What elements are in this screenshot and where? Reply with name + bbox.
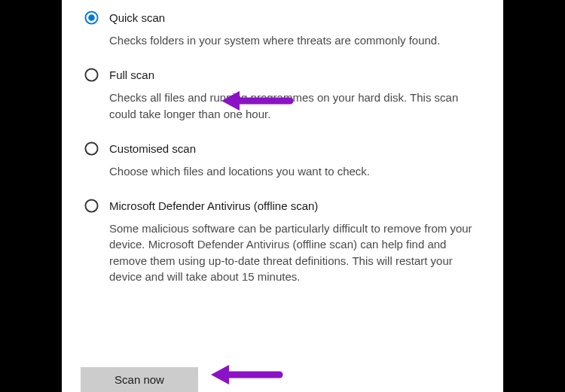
option-description: Checks all files and running programmes … [109,90,485,122]
svg-point-1 [88,14,95,21]
option-label: Full scan [109,68,154,81]
option-description: Some malicious software can be particula… [109,220,485,284]
radio-unselected-icon[interactable] [84,199,99,213]
svg-point-4 [85,200,97,212]
option-customised-scan[interactable]: Customised scan Choose which files and l… [62,141,503,179]
option-header: Microsoft Defender Antivirus (offline sc… [84,199,485,213]
scan-options-panel: Quick scan Checks folders in your system… [62,0,503,392]
option-offline-scan[interactable]: Microsoft Defender Antivirus (offline sc… [62,199,503,284]
option-quick-scan[interactable]: Quick scan Checks folders in your system… [62,11,503,48]
svg-point-3 [85,142,97,154]
option-header: Customised scan [84,141,485,156]
option-label: Microsoft Defender Antivirus (offline sc… [109,199,318,212]
option-full-scan[interactable]: Full scan Checks all files and running p… [62,68,503,122]
option-header: Full scan [84,68,485,82]
option-label: Customised scan [109,142,196,155]
action-row: Scan now [81,367,198,392]
option-description: Choose which files and locations you wan… [109,163,485,179]
option-label: Quick scan [109,11,165,24]
option-description: Checks folders in your system where thre… [109,32,485,48]
scan-now-button[interactable]: Scan now [81,367,198,392]
radio-unselected-icon[interactable] [84,141,99,156]
svg-point-2 [85,69,97,81]
option-header: Quick scan [84,11,485,25]
radio-selected-icon[interactable] [84,11,99,25]
radio-unselected-icon[interactable] [84,68,99,82]
